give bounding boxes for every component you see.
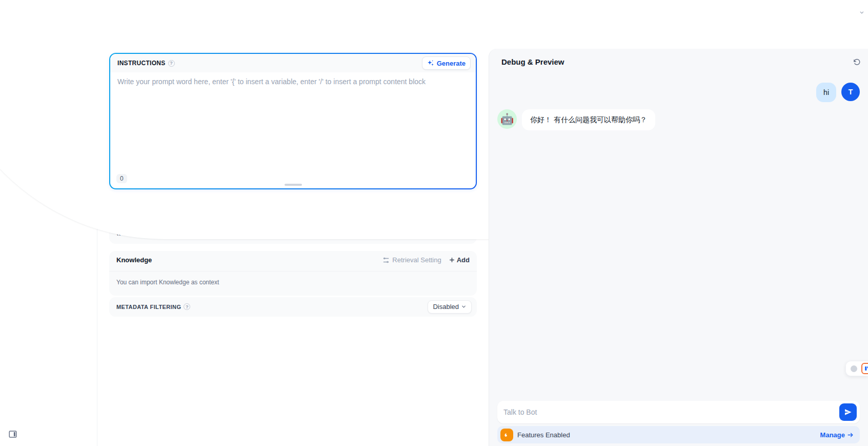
floating-widget[interactable] <box>845 361 868 376</box>
send-button[interactable] <box>839 403 857 421</box>
chat-input[interactable] <box>503 408 839 416</box>
widget-logo-icon <box>861 363 868 374</box>
chat-area: hi T 🤖 你好！ 有什么问题我可以帮助你吗？ <box>489 69 868 401</box>
debug-preview-pane: Debug & Preview hi T 🤖 你好！ 有什么问题我可以帮助你吗？ <box>489 49 868 446</box>
knowledge-section: Knowledge Retrieval Setting Add You <box>109 251 477 296</box>
knowledge-title: Knowledge <box>116 256 152 264</box>
sparkles-icon <box>427 60 434 67</box>
metadata-filtering-section: METADATA FILTERING ? Disabled <box>109 297 477 317</box>
studio-chevron-down-icon[interactable] <box>859 10 864 15</box>
generate-button[interactable]: Generate <box>422 56 471 70</box>
widget-dot-icon <box>851 365 857 372</box>
retrieval-setting-button[interactable]: Retrieval Setting <box>382 256 441 264</box>
chevron-down-icon <box>461 304 467 309</box>
user-chat-avatar: T <box>841 83 860 101</box>
orchestrate-pane: INSTRUCTIONS ? Generate 0 <box>97 49 489 446</box>
resize-handle[interactable] <box>285 184 302 186</box>
features-label: Features Enabled <box>517 431 570 439</box>
restart-conversation-icon[interactable] <box>853 58 861 66</box>
generate-label: Generate <box>437 60 466 67</box>
instructions-panel: INSTRUCTIONS ? Generate 0 <box>109 53 477 189</box>
chat-message-bot: 🤖 你好！ 有什么问题我可以帮助你吗？ <box>497 109 860 130</box>
send-icon <box>844 408 852 416</box>
plus-icon <box>449 257 455 263</box>
instructions-title: INSTRUCTIONS ? <box>117 60 175 67</box>
main-nav: Explore Studio / vllm-chat Knowledge <box>0 0 868 25</box>
top-bar: / T test's Workspace Explore Studio / vl… <box>0 0 868 25</box>
features-bar: Features Enabled Manage <box>497 426 860 443</box>
metadata-title: METADATA FILTERING ? <box>116 303 190 310</box>
bot-chat-avatar: 🤖 <box>497 109 517 129</box>
debug-title: Debug & Preview <box>501 57 564 66</box>
features-icon <box>500 429 513 441</box>
composer: Features Enabled Manage <box>489 401 868 446</box>
collapse-sidebar-icon[interactable] <box>7 429 18 440</box>
instructions-input[interactable] <box>117 77 469 154</box>
metadata-filtering-dropdown[interactable]: Disabled <box>428 300 472 314</box>
arrow-right-icon <box>847 432 854 438</box>
manage-link[interactable]: Manage <box>820 431 854 439</box>
chat-input-row <box>497 401 860 423</box>
help-icon: ? <box>168 60 175 67</box>
retrieval-sliders-icon <box>382 257 390 264</box>
help-icon: ? <box>184 303 190 310</box>
bot-message-bubble: 你好！ 有什么问题我可以帮助你吗？ <box>522 109 655 130</box>
char-count-badge: 0 <box>116 174 127 183</box>
metadata-value: Disabled <box>433 303 459 311</box>
user-message-bubble: hi <box>816 83 836 102</box>
add-knowledge-button[interactable]: Add <box>449 256 470 264</box>
knowledge-description: You can import Knowledge as context <box>109 272 477 296</box>
chat-message-user: hi T <box>497 83 860 102</box>
app-root: / T test's Workspace Explore Studio / vl… <box>0 0 868 446</box>
